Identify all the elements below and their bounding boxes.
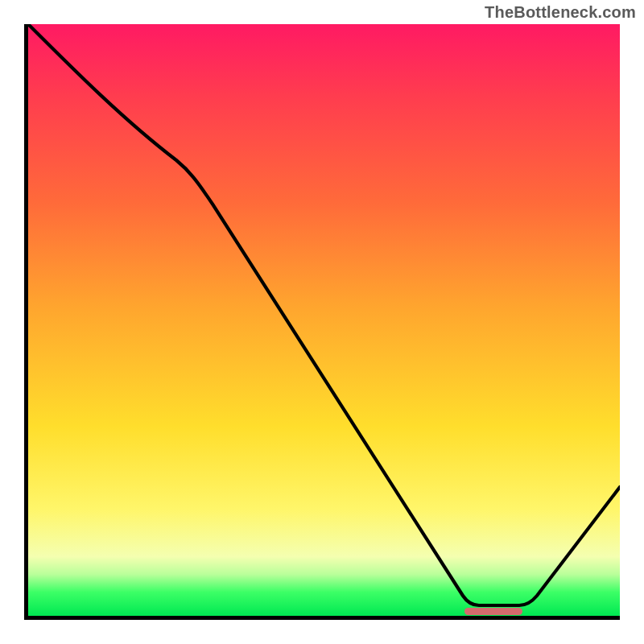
bottleneck-curve <box>28 24 620 616</box>
curve-path <box>28 24 620 605</box>
plot-area <box>24 24 620 620</box>
optimal-range-marker <box>464 608 522 615</box>
attribution-label: TheBottleneck.com <box>485 3 636 22</box>
chart-container: TheBottleneck.com <box>0 0 644 644</box>
